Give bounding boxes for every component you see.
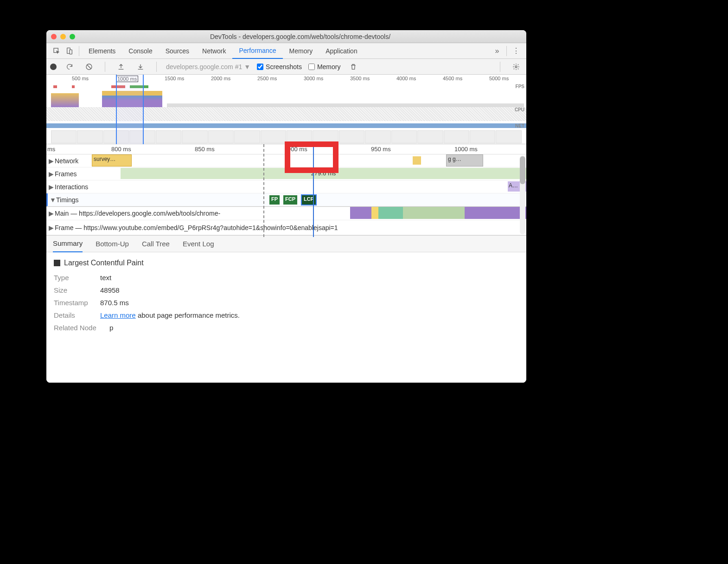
screenshots-checkbox[interactable]: Screenshots (257, 63, 302, 70)
details-text: about page performance metrics. (136, 311, 240, 319)
interactions-row[interactable]: ▶ Interactions A… (46, 180, 526, 193)
field-label: Timestamp (54, 299, 96, 307)
download-icon[interactable] (134, 60, 147, 73)
network-item[interactable]: g g… (446, 154, 483, 167)
timeline-overview[interactable]: 500 ms 1000 ms 1500 ms 2000 ms 2500 ms 3… (46, 75, 526, 144)
tick: 500 ms (72, 76, 89, 81)
summary-content: Largest Contentful Paint Typetext Size48… (46, 252, 526, 343)
tick: 5000 ms (489, 76, 509, 81)
summary-pane: Summary Bottom-Up Call Tree Event Log La… (46, 235, 526, 383)
main-flame[interactable] (350, 207, 526, 219)
row-label: Frames (55, 170, 77, 178)
timing-fcp[interactable]: FCP (283, 195, 297, 205)
field-label: Type (54, 274, 96, 282)
tab-application[interactable]: Application (319, 43, 364, 59)
inspect-icon[interactable] (50, 45, 63, 58)
record-button[interactable] (50, 64, 57, 70)
tick: 800 ms (111, 146, 131, 153)
separator (156, 62, 157, 72)
network-item[interactable] (413, 156, 421, 165)
detail-ruler: ms 800 ms 850 ms 900 ms 950 ms 1000 ms (46, 144, 526, 154)
tick: 900 ms (287, 146, 307, 153)
gear-icon[interactable] (510, 60, 523, 73)
related-node-link[interactable]: p (109, 324, 113, 332)
device-toggle-icon[interactable] (63, 45, 76, 58)
main-thread-row[interactable]: ▶ Main — https://developers.google.com/w… (46, 206, 526, 220)
field-label: Size (54, 286, 96, 294)
tab-summary[interactable]: Summary (53, 236, 83, 252)
tick: 3500 ms (350, 76, 370, 81)
tick: 2500 ms (257, 76, 277, 81)
close-icon[interactable] (51, 34, 57, 39)
clear-icon[interactable] (83, 60, 96, 73)
tab-console[interactable]: Console (122, 43, 159, 59)
row-label: Interactions (55, 183, 88, 191)
tick: 950 ms (371, 146, 391, 153)
row-label: Frame — https://www.youtube.com/embed/G_… (55, 224, 338, 231)
collapse-icon[interactable]: ▼ (50, 196, 55, 204)
tab-memory[interactable]: Memory (283, 43, 319, 59)
tick: 4500 ms (443, 76, 462, 81)
tab-network[interactable]: Network (196, 43, 232, 59)
network-item[interactable]: survey… (92, 154, 132, 167)
reload-icon[interactable] (63, 60, 76, 73)
timing-fp[interactable]: FP (269, 195, 280, 205)
network-row[interactable]: ▶ Network survey… g g… (46, 154, 526, 167)
menu-icon[interactable]: ⋮ (510, 45, 523, 58)
tick: 850 ms (195, 146, 215, 153)
trash-icon[interactable] (347, 60, 360, 73)
summary-header: Largest Contentful Paint (54, 259, 519, 267)
separator (79, 46, 79, 56)
tab-event-log[interactable]: Event Log (183, 236, 214, 252)
checkbox-label: Memory (317, 63, 341, 70)
tab-call-tree[interactable]: Call Tree (142, 236, 170, 252)
overview-selection[interactable] (116, 75, 144, 144)
field-value: 48958 (100, 286, 120, 294)
upload-icon[interactable] (115, 60, 128, 73)
expand-icon[interactable]: ▶ (48, 157, 54, 165)
expand-icon[interactable]: ▶ (48, 183, 54, 191)
row-label: Network (55, 157, 78, 165)
timings-row[interactable]: ▼ Timings FP FCP LCP (46, 193, 526, 206)
track-label: NET (515, 123, 524, 128)
row-label: Timings (56, 196, 79, 204)
expand-icon[interactable]: ▶ (48, 210, 54, 217)
screenshots-input[interactable] (257, 64, 263, 70)
checkbox-label: Screenshots (266, 63, 302, 70)
memory-checkbox[interactable]: Memory (308, 63, 341, 70)
tick: 3000 ms (304, 76, 323, 81)
minimize-icon[interactable] (60, 34, 66, 39)
expand-icon[interactable]: ▶ (48, 170, 54, 178)
field-value: text (100, 274, 111, 282)
marker-dashed (263, 144, 264, 237)
more-tabs-icon[interactable]: » (491, 45, 504, 58)
tab-bottom-up[interactable]: Bottom-Up (96, 236, 129, 252)
separator (506, 46, 507, 56)
zoom-icon[interactable] (70, 34, 75, 39)
titlebar: DevTools - developers.google.com/web/too… (46, 30, 526, 43)
svg-rect-2 (70, 50, 72, 54)
playhead[interactable] (313, 144, 314, 237)
separator (105, 62, 105, 72)
tick: 1500 ms (165, 76, 184, 81)
dropdown-label: developers.google.com #1 (166, 63, 242, 70)
tick: ms (47, 146, 55, 153)
flamegraph-area[interactable]: ms 800 ms 850 ms 900 ms 950 ms 1000 ms ▶… (46, 144, 526, 235)
tab-elements[interactable]: Elements (82, 43, 122, 59)
tick: 2000 ms (211, 76, 230, 81)
scrollbar-thumb[interactable] (520, 156, 525, 184)
frames-row[interactable]: ▶ Frames 279.6 ms (46, 167, 526, 180)
frame-thread-row[interactable]: ▶ Frame — https://www.youtube.com/embed/… (46, 220, 526, 235)
memory-input[interactable] (308, 64, 315, 70)
separator (500, 62, 500, 72)
panel-tabs: Elements Console Sources Network Perform… (46, 43, 526, 59)
recording-dropdown[interactable]: developers.google.com #1 ▼ (166, 63, 250, 70)
frame-block[interactable]: 279.6 ms (121, 168, 526, 179)
learn-more-link[interactable]: Learn more (100, 311, 136, 319)
tick: 1000 ms (454, 146, 478, 153)
tab-performance[interactable]: Performance (232, 43, 282, 59)
track-label: FPS (516, 84, 524, 89)
expand-icon[interactable]: ▶ (48, 224, 54, 231)
field-label: Related Node (54, 324, 105, 332)
tab-sources[interactable]: Sources (159, 43, 196, 59)
